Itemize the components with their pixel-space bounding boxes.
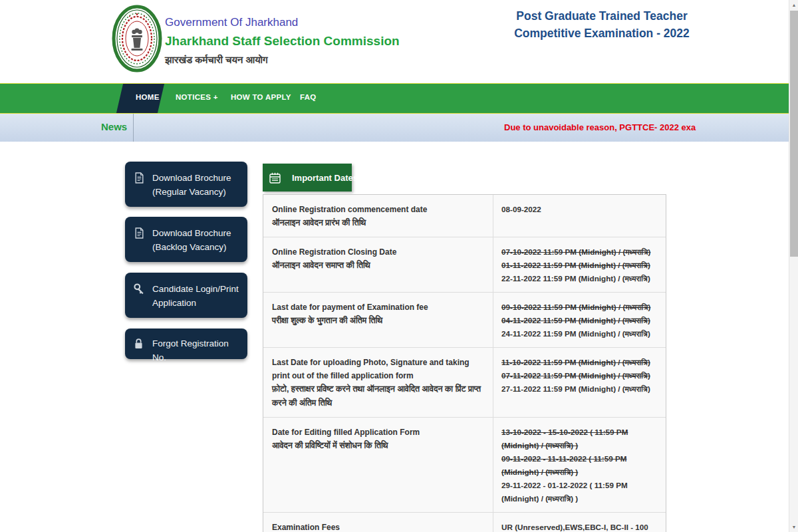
date-line-struck: 07-10-2022 11:59 PM (Midnight) / (मध्यरा…	[501, 245, 659, 259]
sidebar-button-1[interactable]: Download Brochure (Backlog Vacancy)	[125, 217, 247, 262]
date-line: UR (Unreserved),EWS,EBC-I, BC-II - 100 R…	[501, 521, 659, 532]
date-line-struck: 01-11-2022 11:59 PM (Midnight) / (मध्यरा…	[501, 259, 659, 272]
date-line: 27-11-2022 11:59 PM (Midnight) / (मध्यरा…	[501, 382, 659, 396]
scroll-down-icon[interactable]: ▼	[789, 522, 798, 532]
table-row: Examination Feesआवेदन शुल्कUR (Unreserve…	[263, 513, 666, 532]
document-icon	[134, 227, 145, 239]
sidebar-button-label: Download Brochure (Backlog Vacancy)	[152, 226, 241, 254]
sidebar-button-label: Candidate Login/Print Application	[152, 282, 241, 310]
main-nav: HOME NOTICES + HOW TO APPLY FAQ	[0, 83, 789, 114]
important-dates-table: Online Registration commencement dateऑनल…	[263, 194, 666, 532]
event-label-en: Last Date for uploading Photo, Signature…	[272, 356, 483, 382]
page: Government Of Jharkhand Jharkhand Staff …	[0, 0, 798, 532]
event-value-cell: 11-10-2022 11:59 PM (Midnight) / (मध्यरा…	[493, 348, 666, 417]
table-row: Date for Editing filled Application Form…	[263, 418, 666, 513]
date-line-struck: 04-11-2022 11:59 PM (Midnight) / (मध्यरा…	[501, 314, 659, 327]
date-line-struck: 11-10-2022 11:59 PM (Midnight) / (मध्यरा…	[501, 356, 659, 369]
sidebar-button-3[interactable]: Forgot Registration No.	[125, 329, 247, 359]
event-label-hi: परीक्षा शुल्क के भुगतान की अंतिम तिथि	[272, 314, 483, 328]
nav-item-home[interactable]: HOME	[136, 93, 160, 101]
date-line-struck: 09-11-2022 - 11-11-2022 ( 11:59 PM (Midn…	[501, 452, 659, 479]
event-value-cell: 13-10-2022 - 15-10-2022 ( 11:59 PM (Midn…	[493, 418, 666, 512]
lock-icon	[134, 338, 145, 349]
event-label-en: Online Registration commencement date	[272, 203, 483, 216]
government-emblem-icon	[112, 5, 162, 72]
table-row: Last date for payment of Examination fee…	[263, 293, 666, 348]
event-label-en: Last date for payment of Examination fee	[272, 301, 483, 314]
exam-title: Post Graduate Trained Teacher Competitiv…	[489, 7, 715, 42]
event-label-hi: ऑनलाइन आवेदन समाप्त की तिथि	[272, 259, 483, 273]
date-line-struck: 09-10-2022 11:59 PM (Midnight) / (मध्यरा…	[501, 301, 659, 314]
table-row: Online Registration commencement dateऑनल…	[263, 195, 666, 237]
news-ticker-text: Due to unavoidable reason, PGTTCE- 2022 …	[504, 122, 696, 132]
event-label-hi: ऑनलाइन आवेदन प्रारंभ की तिथि	[272, 216, 483, 230]
exam-title-line1: Post Graduate Trained Teacher	[489, 7, 715, 25]
date-line: 22-11-2022 11:59 PM (Midnight) / (मध्यरा…	[501, 272, 659, 285]
calendar-icon	[269, 172, 281, 184]
news-divider	[133, 114, 134, 142]
event-label-hi: फ़ोटो, हस्ताक्षर प्रविष्ट करने तथा ऑनलाइ…	[272, 382, 483, 410]
event-label-en: Examination Fees	[272, 521, 483, 532]
event-label-cell: Online Registration Closing Dateऑनलाइन आ…	[263, 237, 493, 292]
event-label-cell: Date for Editing filled Application Form…	[263, 418, 493, 512]
date-line: 29-11-2022 - 01-12-2022 ( 11:59 PM (Midn…	[501, 479, 659, 505]
date-line: 24-11-2022 11:59 PM (Midnight) / (मध्यरा…	[501, 327, 659, 340]
table-row: Last Date for uploading Photo, Signature…	[263, 348, 666, 418]
exam-title-line2: Competitive Examination - 2022	[489, 25, 715, 42]
vertical-scrollbar[interactable]: ▲ ▼	[789, 0, 798, 532]
news-label: News	[101, 121, 127, 132]
scrollbar-thumb[interactable]	[790, 11, 798, 257]
event-value-cell: 07-10-2022 11:59 PM (Midnight) / (मध्यरा…	[493, 237, 666, 292]
event-label-en: Online Registration Closing Date	[272, 245, 483, 259]
event-value-cell: UR (Unreserved),EWS,EBC-I, BC-II - 100 R…	[493, 513, 666, 532]
sidebar-button-label: Forgot Registration No.	[152, 336, 241, 364]
sidebar-button-0[interactable]: Download Brochure (Regular Vacancy)	[125, 162, 247, 207]
nav-item-notices[interactable]: NOTICES +	[176, 93, 218, 101]
event-label-cell: Last Date for uploading Photo, Signature…	[263, 348, 493, 417]
event-value-cell: 09-10-2022 11:59 PM (Midnight) / (मध्यरा…	[493, 293, 666, 347]
scroll-up-icon[interactable]: ▲	[789, 0, 798, 10]
org-title-block: Government Of Jharkhand Jharkhand Staff …	[165, 16, 400, 66]
date-line-struck: 07-11-2022 11:59 PM (Midnight) / (मध्यरा…	[501, 369, 659, 382]
important-dates-tab: Important Dates	[263, 164, 352, 192]
commission-title: Jharkhand Staff Selection Commission	[165, 34, 400, 49]
nav-item-faq[interactable]: FAQ	[300, 93, 317, 101]
sidebar-button-label: Download Brochure (Regular Vacancy)	[152, 171, 241, 199]
nav-item-how-to-apply[interactable]: HOW TO APPLY	[231, 93, 291, 101]
key-icon	[134, 283, 145, 295]
event-label-cell: Last date for payment of Examination fee…	[263, 293, 493, 347]
table-row: Online Registration Closing Dateऑनलाइन आ…	[263, 237, 666, 293]
event-label-en: Date for Editing filled Application Form	[272, 426, 483, 439]
commission-title-hindi: झारखंड कर्मचारी चयन आयोग	[165, 54, 400, 66]
date-line: 08-09-2022	[501, 203, 659, 216]
jssc-emblem-logo	[112, 5, 162, 72]
event-label-cell: Examination Feesआवेदन शुल्क	[263, 513, 493, 532]
sidebar-button-2[interactable]: Candidate Login/Print Application	[125, 273, 247, 318]
event-value-cell: 08-09-2022	[493, 195, 666, 237]
section-title: Important Dates	[292, 173, 358, 183]
event-label-hi: आवेदन की प्रविष्टियों में संशोधन कि तिथि	[272, 439, 483, 453]
header: Government Of Jharkhand Jharkhand Staff …	[0, 0, 789, 83]
document-icon	[134, 172, 145, 184]
date-line-struck: 13-10-2022 - 15-10-2022 ( 11:59 PM (Midn…	[501, 426, 659, 452]
government-title: Government Of Jharkhand	[165, 16, 400, 29]
news-ticker-bar: News Due to unavoidable reason, PGTTCE- …	[0, 114, 789, 142]
event-label-cell: Online Registration commencement dateऑनल…	[263, 195, 493, 237]
